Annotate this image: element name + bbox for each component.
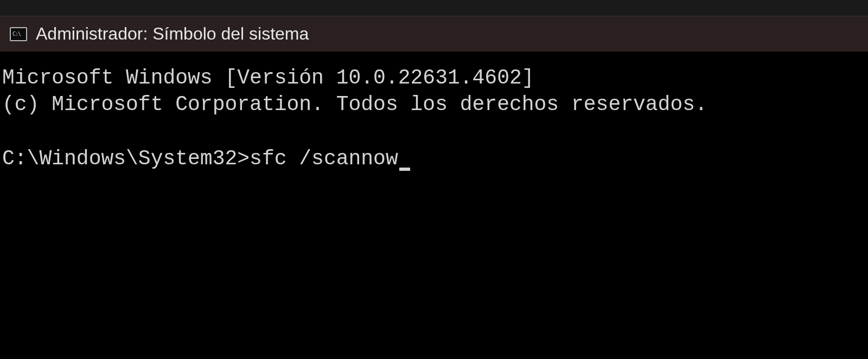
window-top-bar [0,0,868,16]
banner-version-line: Microsoft Windows [Versión 10.0.22631.46… [2,65,868,91]
tab-bar: Administrador: Símbolo del sistema [0,16,868,52]
prompt-path: C:\Windows\System32> [2,145,250,172]
terminal-tab[interactable]: Administrador: Símbolo del sistema [0,16,322,52]
banner-copyright-line: (c) Microsoft Corporation. Todos los der… [2,91,868,118]
tab-title: Administrador: Símbolo del sistema [36,24,309,44]
terminal-output[interactable]: Microsoft Windows [Versión 10.0.22631.46… [0,52,868,172]
typed-command: sfc /scannow [250,145,398,172]
cursor-icon [399,168,410,171]
cmd-icon [10,27,27,41]
prompt-line: C:\Windows\System32>sfc /scannow [2,145,868,172]
